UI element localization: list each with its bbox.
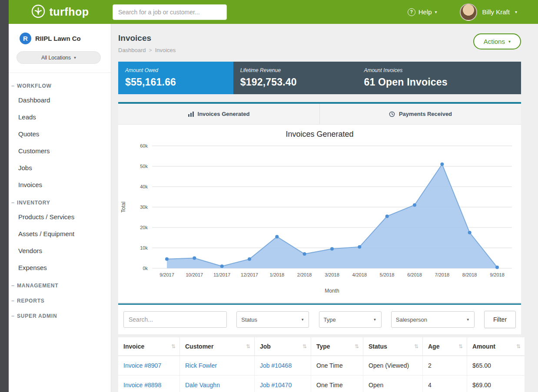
sidebar-item-leads[interactable]: Leads [9,109,111,125]
invoice-link[interactable]: Invoice #8907 [123,362,161,369]
tab-label: Invoices Generated [198,111,250,117]
svg-text:3/2018: 3/2018 [325,272,339,277]
cell-type: One Time [311,376,363,392]
sort-icon[interactable]: ⇅ [516,343,521,349]
column-header-amount[interactable]: Amount⇅ [467,337,525,356]
svg-text:40k: 40k [140,184,148,189]
sidebar-item-products-services[interactable]: Products / Services [9,208,111,225]
stat-value: 61 Open Invoices [364,76,514,88]
svg-text:1/2018: 1/2018 [270,272,285,277]
svg-text:20k: 20k [140,225,148,230]
svg-text:5/2018: 5/2018 [380,272,395,277]
sidebar-item-customers[interactable]: Customers [9,142,111,159]
cell-job: Job #10468 [255,356,311,376]
help-icon: ? [408,8,415,16]
tab-payments-received[interactable]: Payments Received [319,104,521,124]
sidebar-item-expenses[interactable]: Expenses [9,259,111,276]
breadcrumb-separator-icon: > [149,47,152,53]
sidebar-section-workflow[interactable]: --WORKFLOW [9,76,111,92]
sort-icon[interactable]: ⇅ [355,343,359,349]
cell-status: Open (Viewed) [363,356,423,376]
customer-link[interactable]: Rick Fowler [185,362,217,369]
sidebar-item-invoices[interactable]: Invoices [9,176,111,193]
sidebar-section-label: INVENTORY [17,200,50,206]
sidebar-item-jobs[interactable]: Jobs [9,159,111,176]
customer-link[interactable]: Dale Vaughn [185,382,220,389]
svg-text:Total: Total [120,201,126,212]
job-link[interactable]: Job #10470 [260,382,292,389]
column-header-age[interactable]: Age⇅ [423,337,467,356]
breadcrumb: Dashboard > Invoices [118,47,176,53]
dashes-icon: -- [11,283,14,289]
table-search-input[interactable] [123,311,227,328]
sidebar-section-management[interactable]: --MANAGEMENT [9,276,111,291]
column-header-customer[interactable]: Customer⇅ [180,337,255,356]
table-row: Invoice #8907Rick FowlerJob #10468One Ti… [118,356,525,376]
sidebar-section-inventory[interactable]: --INVENTORY [9,193,111,208]
cell-status: Open [363,376,423,392]
cell-age: 2 [423,356,467,376]
sidebar-item-dashboard[interactable]: Dashboard [9,92,111,109]
dashes-icon: -- [11,313,14,319]
filter-panel: Status▼Type▼Salesperson▼ Filter [118,303,521,334]
type-select[interactable]: Type▼ [319,311,382,328]
sidebar-item-assets-equipment[interactable]: Assets / Equipment [9,225,111,242]
svg-text:8/2018: 8/2018 [462,272,477,277]
sort-icon[interactable]: ⇅ [414,343,418,349]
svg-text:12/2017: 12/2017 [241,272,258,277]
svg-text:9/2017: 9/2017 [159,272,174,277]
select-label: Salesperson [396,316,427,323]
column-header-type[interactable]: Type⇅ [311,337,363,356]
job-link[interactable]: Job #10468 [260,362,292,369]
chart-area: Invoices Generated 0k10k20k30k40k50k60k9… [118,125,521,302]
tab-invoices-generated[interactable]: Invoices Generated [118,104,319,124]
user-name[interactable]: Billy Kraft [482,8,510,16]
cell-amount: $69.00 [467,376,525,392]
chevron-down-icon: ▾ [435,10,437,14]
sidebar-item-quotes[interactable]: Quotes [9,125,111,142]
cell-customer: Rick Fowler [180,356,255,376]
column-label: Amount [472,343,495,350]
bar-chart-icon [188,112,194,117]
svg-text:0k: 0k [143,266,148,271]
stat-value: $192,753.40 [240,76,350,88]
actions-button[interactable]: Actions ▾ [473,33,521,49]
caret-down-icon: ▼ [301,318,304,322]
sort-icon[interactable]: ⇅ [302,343,307,349]
sidebar-section-label: SUPER ADMIN [17,313,57,319]
sort-icon[interactable]: ⇅ [246,343,250,349]
window: turfhop ? Help ▾ Billy Kraft ▾ R [0,0,538,392]
column-header-status[interactable]: Status⇅ [363,337,423,356]
sidebar-section-super-admin[interactable]: --SUPER ADMIN [9,306,111,322]
column-label: Invoice [123,343,144,350]
svg-text:4/2018: 4/2018 [352,272,367,277]
app: turfhop ? Help ▾ Billy Kraft ▾ R [9,0,538,392]
sort-icon[interactable]: ⇅ [171,343,176,349]
sort-icon[interactable]: ⇅ [458,343,463,349]
sidebar-section-reports[interactable]: --REPORTS [9,291,111,306]
svg-text:11/2017: 11/2017 [213,272,230,277]
location-selector[interactable]: All Locations ▾ [17,51,101,64]
stat-value: $55,161.66 [125,76,226,88]
avatar[interactable] [460,3,477,21]
help-menu[interactable]: ? Help ▾ [408,8,437,16]
breadcrumb-dashboard[interactable]: Dashboard [118,47,146,53]
global-search-input[interactable] [113,4,227,20]
column-header-job[interactable]: Job⇅ [255,337,311,356]
chevron-down-icon[interactable]: ▾ [515,10,517,14]
cell-invoice: Invoice #8907 [118,356,180,376]
chart-tabs: Invoices GeneratedPayments Received [118,104,521,125]
column-label: Type [316,343,330,350]
brand[interactable]: turfhop [9,4,111,20]
filter-button[interactable]: Filter [484,311,516,328]
sidebar-item-vendors[interactable]: Vendors [9,242,111,259]
status-select[interactable]: Status▼ [236,311,309,328]
svg-text:6/2018: 6/2018 [407,272,422,277]
invoice-link[interactable]: Invoice #8898 [123,382,161,389]
table-row: Invoice #8898Dale VaughnJob #10470One Ti… [118,376,525,392]
actions-label: Actions [484,38,505,45]
salesperson-select[interactable]: Salesperson▼ [391,311,475,328]
column-header-invoice[interactable]: Invoice⇅ [118,337,180,356]
cell-type: One Time [311,356,363,376]
table-header-row: Invoice⇅Customer⇅Job⇅Type⇅Status⇅Age⇅Amo… [118,337,525,356]
